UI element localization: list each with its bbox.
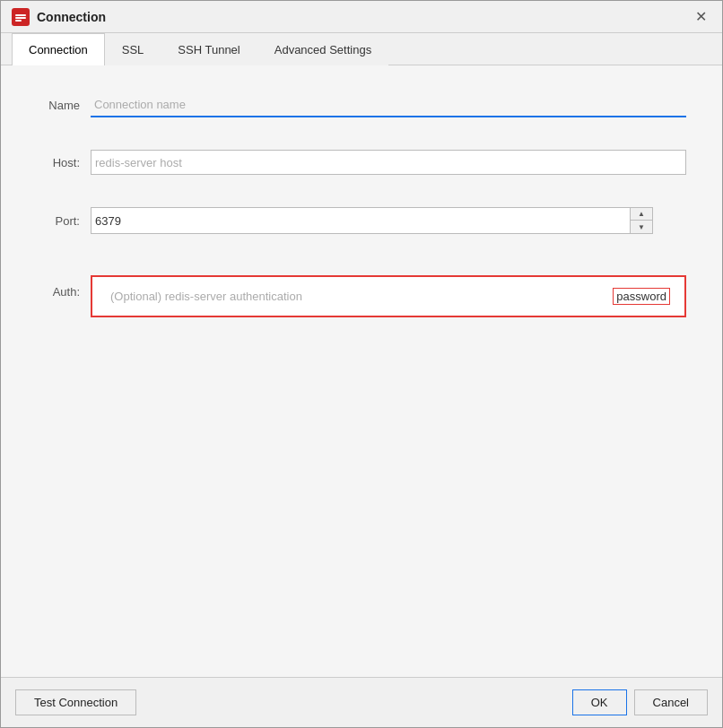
- redis-icon: [12, 8, 30, 26]
- redis-logo-svg: [14, 11, 27, 23]
- tab-advanced-settings[interactable]: Advanced Settings: [257, 33, 388, 65]
- tab-ssl[interactable]: SSL: [105, 33, 161, 65]
- ok-button[interactable]: OK: [572, 689, 627, 715]
- host-label: Host:: [37, 156, 91, 169]
- form-content: Name Host: Port: ▲ ▼ Auth: password: [1, 65, 722, 677]
- svg-rect-2: [15, 20, 22, 22]
- port-spinner-down[interactable]: ▼: [631, 221, 652, 233]
- auth-section: password: [91, 275, 686, 317]
- title-bar-left: Connection: [12, 8, 106, 26]
- tab-bar: Connection SSL SSH Tunnel Advanced Setti…: [1, 33, 722, 65]
- test-connection-button[interactable]: Test Connection: [15, 689, 136, 715]
- cancel-button[interactable]: Cancel: [634, 689, 708, 715]
- port-row: Port: ▲ ▼: [37, 207, 686, 234]
- name-label: Name: [37, 99, 91, 112]
- footer: Test Connection OK Cancel: [1, 677, 722, 727]
- name-row: Name: [37, 92, 686, 117]
- dialog-title: Connection: [37, 10, 106, 24]
- port-spinner: ▲ ▼: [630, 208, 652, 233]
- svg-rect-0: [15, 14, 26, 16]
- port-input[interactable]: [91, 208, 630, 233]
- title-bar: Connection ✕: [1, 1, 722, 33]
- footer-right: OK Cancel: [572, 689, 708, 715]
- port-input-wrapper: ▲ ▼: [91, 207, 653, 234]
- host-row: Host:: [37, 150, 686, 175]
- name-input[interactable]: [91, 92, 686, 117]
- port-spinner-up[interactable]: ▲: [631, 208, 652, 221]
- auth-input[interactable]: [107, 288, 613, 305]
- auth-label: Auth:: [37, 285, 91, 299]
- host-input[interactable]: [91, 150, 686, 175]
- auth-row: Auth: password: [37, 266, 686, 317]
- close-button[interactable]: ✕: [690, 6, 711, 28]
- tab-ssh-tunnel[interactable]: SSH Tunnel: [161, 33, 257, 65]
- svg-rect-1: [15, 17, 26, 19]
- port-label: Port:: [37, 214, 91, 228]
- connection-dialog: Connection ✕ Connection SSL SSH Tunnel A…: [0, 0, 723, 728]
- password-highlight: password: [613, 288, 670, 305]
- tab-connection[interactable]: Connection: [12, 33, 105, 65]
